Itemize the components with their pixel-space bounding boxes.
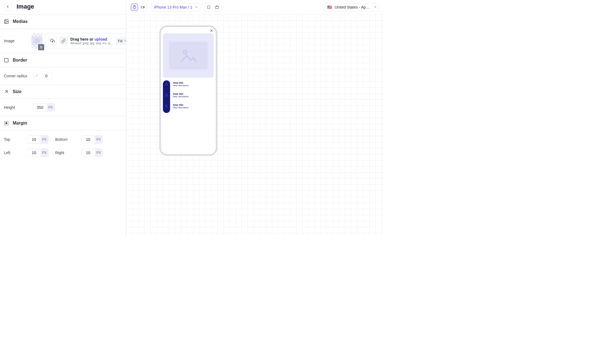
upload-link[interactable]: upload xyxy=(94,37,107,41)
device-screen: Step title Step description Step title S… xyxy=(161,27,215,154)
properties-panel: Image Medias Image Drag here or uplo xyxy=(0,0,126,236)
page-title: Image xyxy=(17,3,34,10)
upload-mode-file-button[interactable] xyxy=(48,37,57,45)
section-title-border: Border xyxy=(13,58,27,63)
margin-right-label: Right xyxy=(55,151,75,155)
lock-icon xyxy=(163,80,170,88)
margin-right-value[interactable] xyxy=(81,151,95,155)
height-input[interactable]: PX xyxy=(33,103,55,112)
canvas-area: iPhone 13 Pro Max / 1 ⇅ 🇺🇸 United States… xyxy=(126,0,383,236)
margin-top-value[interactable] xyxy=(27,137,41,142)
preview-step: Step title Step description xyxy=(163,91,214,99)
margin-top-unit[interactable]: PX xyxy=(41,136,48,143)
section-margin: Margin xyxy=(0,116,126,130)
preview-steps: Step title Step description Step title S… xyxy=(163,80,214,110)
flag-icon: 🇺🇸 xyxy=(327,5,332,9)
link-icon xyxy=(61,39,66,43)
image-row: Image Drag here or upload Allowed: jpeg,… xyxy=(0,29,126,53)
tablet-toggle[interactable] xyxy=(205,3,213,11)
margin-bottom-value[interactable] xyxy=(81,137,95,142)
chevron-updown-icon: ⇅ xyxy=(374,6,376,9)
corner-icon xyxy=(35,74,39,78)
device-frame: Step title Step description Step title S… xyxy=(159,25,217,156)
margin-left-input[interactable]: PX xyxy=(27,149,49,157)
height-value[interactable] xyxy=(33,105,47,110)
dropzone-text: Drag here or upload Allowed: jpeg, jpg, … xyxy=(70,37,113,45)
preview-hero-image xyxy=(163,33,214,78)
margin-top-input[interactable]: PX xyxy=(27,135,49,144)
back-button[interactable] xyxy=(4,3,12,10)
height-row: Height PX xyxy=(0,99,126,116)
lock-icon xyxy=(163,91,170,99)
device-select[interactable]: iPhone 13 Pro Max / 1 ⇅ xyxy=(151,3,200,11)
svg-point-18 xyxy=(134,6,135,7)
step-title: Step title xyxy=(173,104,214,106)
margin-bottom-label: Bottom xyxy=(55,137,75,142)
margin-top-label: Top xyxy=(4,137,20,142)
margin-right-input[interactable]: PX xyxy=(81,149,103,157)
portrait-icon xyxy=(133,5,136,9)
upload-dropzone[interactable]: Drag here or upload Allowed: jpeg, jpg, … xyxy=(45,33,132,49)
margin-left-unit[interactable]: PX xyxy=(41,149,48,157)
margin-bottom-unit[interactable]: PX xyxy=(95,136,102,143)
step-title: Step title xyxy=(173,81,214,84)
corner-radius-label: Corner radius xyxy=(4,74,29,78)
section-border: Border xyxy=(0,53,126,67)
step-desc: Step description xyxy=(173,95,214,98)
svg-rect-26 xyxy=(166,84,168,85)
margin-icon xyxy=(4,121,9,126)
svg-line-14 xyxy=(5,91,7,93)
tv-toggle[interactable] xyxy=(213,3,221,11)
close-icon xyxy=(210,29,213,32)
orientation-toggle xyxy=(130,3,147,12)
margin-bottom-input[interactable]: PX xyxy=(81,135,103,144)
section-title-margin: Margin xyxy=(13,121,27,126)
svg-rect-27 xyxy=(166,95,168,96)
upload-mode-link-button[interactable] xyxy=(59,37,68,45)
margin-left-label: Left xyxy=(4,151,20,155)
tv-icon xyxy=(215,5,219,9)
margin-controls: Top PX Bottom PX Left PX Right PX xyxy=(0,130,126,162)
section-title-size: Size xyxy=(13,89,22,94)
height-unit[interactable]: PX xyxy=(47,104,54,111)
preview-step: Step title Step description xyxy=(163,80,214,88)
landscape-icon xyxy=(141,5,145,9)
step-title: Step title xyxy=(173,93,214,95)
border-icon xyxy=(4,58,9,63)
close-button[interactable] xyxy=(210,29,213,32)
preview-canvas[interactable]: Step title Step description Step title S… xyxy=(126,14,383,236)
svg-point-3 xyxy=(36,40,36,40)
image-thumbnail[interactable] xyxy=(31,33,43,49)
panel-header: Image xyxy=(0,0,126,15)
corner-radius-input[interactable] xyxy=(33,72,52,80)
platform-toggle xyxy=(204,3,221,12)
store-select[interactable]: 🇺🇸 United States - Apple … ⇅ xyxy=(324,3,379,11)
cloud-upload-icon xyxy=(50,39,55,43)
margin-left-value[interactable] xyxy=(27,151,41,155)
svg-rect-28 xyxy=(166,106,168,107)
image-label: Image xyxy=(4,39,29,43)
svg-rect-21 xyxy=(207,6,210,9)
svg-rect-16 xyxy=(6,122,7,124)
portrait-toggle[interactable] xyxy=(131,4,138,11)
tablet-icon xyxy=(207,5,211,9)
media-icon xyxy=(4,19,9,24)
svg-rect-22 xyxy=(215,6,219,9)
image-placeholder-icon xyxy=(176,46,201,65)
chevron-left-icon xyxy=(6,5,10,9)
svg-rect-4 xyxy=(4,58,8,62)
delete-image-button[interactable] xyxy=(38,44,44,50)
preview-toolbar: iPhone 13 Pro Max / 1 ⇅ 🇺🇸 United States… xyxy=(126,0,383,14)
fill-mode-value: Fill xyxy=(118,39,123,43)
corner-radius-value[interactable] xyxy=(41,74,52,78)
svg-point-25 xyxy=(184,51,187,54)
section-title-medias: Medias xyxy=(13,19,28,24)
landscape-toggle[interactable] xyxy=(139,3,147,11)
store-select-value: United States - Apple … xyxy=(335,5,371,9)
size-icon xyxy=(4,89,9,94)
height-label: Height xyxy=(4,105,29,110)
step-desc: Step description xyxy=(173,84,214,87)
drag-text: Drag here or xyxy=(70,37,94,41)
device-select-value: iPhone 13 Pro Max / 1 xyxy=(154,5,192,9)
margin-right-unit[interactable]: PX xyxy=(95,149,102,157)
